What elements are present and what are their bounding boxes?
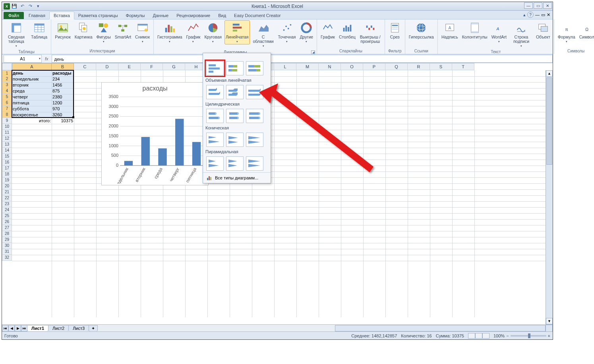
cylinder-stacked-option[interactable] [226,109,244,123]
row-header[interactable]: 19 [2,177,12,183]
minimize-ribbon-icon[interactable]: ▴ [523,12,526,17]
cell[interactable]: 3260 [52,112,74,118]
col-header[interactable]: N [319,63,341,70]
row-header[interactable]: 18 [2,171,12,177]
formula-input[interactable]: день [52,55,553,63]
3d-stacked-bar-option[interactable] [226,85,244,99]
col-header[interactable]: E [118,63,141,70]
col-header[interactable]: A [12,63,52,70]
tab-file[interactable]: Файл [4,12,24,19]
shapes-button[interactable]: Фигуры▾ [95,20,112,44]
row-header[interactable]: 9 [2,118,12,124]
row-header[interactable]: 4 [2,88,12,94]
pyramid-100-stacked-option[interactable] [246,156,263,171]
sheet-tab-2[interactable]: Лист2 [48,325,69,331]
cell[interactable]: итого: [12,118,52,124]
sheet-nav-prev-icon[interactable]: ◀ [8,325,15,331]
screenshot-button[interactable]: Снимок▾ [134,20,151,44]
cell[interactable]: 2380 [52,94,74,100]
sheet-tab-1[interactable]: Лист1 [27,325,48,331]
col-header[interactable]: Q [385,63,408,70]
pyramid-stacked-option[interactable] [226,156,244,171]
row-header[interactable]: 27 [2,225,12,231]
3d-clustered-bar-option[interactable] [206,85,224,99]
cone-100-stacked-option[interactable] [246,133,263,147]
row-header[interactable]: 26 [2,219,12,225]
fx-icon[interactable]: fx [42,56,52,61]
symbol-button[interactable]: ΩСимвол [578,20,594,40]
cylinder-100-stacked-option[interactable] [246,109,263,123]
tab-review[interactable]: Рецензирование [172,12,214,19]
row-header[interactable]: 23 [2,201,12,207]
cell[interactable]: 234 [52,76,74,82]
col-header[interactable]: F [141,63,163,70]
object-button[interactable]: Объект [535,20,551,40]
mdi-restore-icon[interactable]: ▭ [541,12,545,17]
cell[interactable]: понедельник [12,76,52,82]
row-header[interactable]: 21 [2,189,12,195]
cell[interactable]: 875 [52,88,74,94]
cylinder-clustered-option[interactable] [206,109,224,123]
cell[interactable]: 10375 [52,118,74,124]
row-header[interactable]: 29 [2,237,12,243]
100-stacked-bar-option[interactable] [246,61,263,75]
tab-data[interactable]: Данные [149,12,172,19]
help-icon[interactable]: ? [527,12,534,18]
col-header[interactable]: P [363,63,385,70]
maximize-button[interactable]: ▭ [534,2,542,9]
stacked-bar-option[interactable] [226,61,244,75]
col-header[interactable]: G [163,63,185,70]
row-header[interactable]: 8 [2,112,12,118]
pyramid-clustered-option[interactable] [206,156,224,171]
cell[interactable]: 1200 [52,100,74,106]
cone-stacked-option[interactable] [226,133,244,147]
cell[interactable]: 970 [52,106,74,112]
sheet-nav-first-icon[interactable]: ⏮ [2,325,8,331]
vertical-scrollbar[interactable]: ▲ ▼ [546,70,553,324]
zoom-out-icon[interactable]: − [506,333,509,338]
view-normal-icon[interactable] [468,333,475,339]
row-header[interactable]: 20 [2,183,12,189]
tab-formulas[interactable]: Формулы [122,12,149,19]
close-button[interactable]: ✕ [543,2,552,9]
row-header[interactable]: 17 [2,166,12,171]
smartart-button[interactable]: SmartArt [114,20,132,40]
row-header[interactable]: 14 [2,148,12,154]
col-header[interactable]: R [408,63,430,70]
col-header[interactable]: C [74,63,96,70]
picture-button[interactable]: Рисунок [54,20,72,40]
row-header[interactable]: 25 [2,213,12,219]
cell[interactable]: день [12,70,52,76]
other-charts-button[interactable]: Другие▾ [298,20,314,44]
charts-dialog-launcher[interactable]: ◢ [311,50,315,54]
horizontal-scrollbar[interactable] [335,325,546,331]
row-header[interactable]: 12 [2,136,12,142]
row-header[interactable]: 28 [2,231,12,237]
col-header[interactable]: M [296,63,319,70]
view-pagebreak-icon[interactable] [482,333,490,339]
all-chart-types-button[interactable]: Все типы диаграмм... [203,172,271,183]
col-header[interactable]: L [274,63,296,70]
tab-layout[interactable]: Разметка страницы [74,12,122,19]
tab-home[interactable]: Главная [25,12,49,19]
column-chart-button[interactable]: Гистограмма▾ [156,20,184,44]
qat-customize-icon[interactable]: ▾ [35,3,42,10]
signature-line-button[interactable]: Строка подписи▾ [509,20,533,49]
zoom-in-icon[interactable]: + [548,333,550,338]
minimize-button[interactable]: — [524,2,533,9]
row-header[interactable]: 13 [2,142,12,148]
row-header[interactable]: 10 [2,124,12,130]
cone-clustered-option[interactable] [206,133,224,147]
equation-button[interactable]: πФормула▾ [557,20,577,44]
row-header[interactable]: 3 [2,82,12,88]
row-header[interactable]: 1 [2,70,12,76]
cell[interactable]: четверг [12,94,52,100]
zoom-slider[interactable] [511,335,546,337]
row-header[interactable]: 24 [2,207,12,213]
area-chart-button[interactable]: С областями▾ [252,20,275,49]
qat-redo-icon[interactable]: ↷ [27,3,34,10]
row-header[interactable]: 22 [2,195,12,201]
cell[interactable]: среда [12,88,52,94]
scatter-chart-button[interactable]: Точечная▾ [277,20,297,44]
row-header[interactable]: 11 [2,130,12,136]
